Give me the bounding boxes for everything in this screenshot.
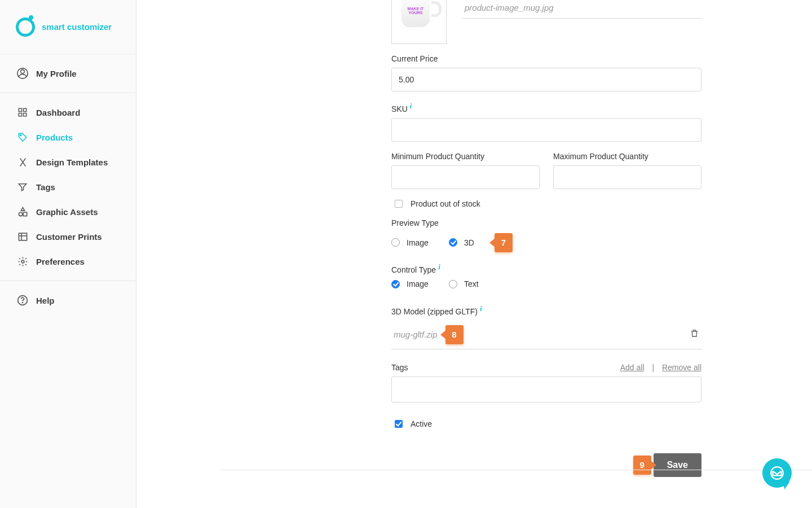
logo-icon [16, 17, 35, 37]
svg-point-6 [20, 134, 21, 135]
tags-remove-all-link[interactable]: Remove all [662, 363, 701, 372]
sidebar-item-dashboard[interactable]: Dashboard [0, 100, 136, 125]
mug-icon: MAKE IT YOURS [401, 0, 436, 27]
preview-type-label: Preview Type [391, 218, 701, 227]
sidebar-item-customer-prints[interactable]: Customer Prints [0, 224, 136, 249]
sidebar-item-design-templates[interactable]: Design Templates [0, 150, 136, 174]
sidebar-item-preferences[interactable]: Preferences [0, 249, 136, 274]
gear-icon [17, 256, 28, 267]
control-type-label: Control Typei [391, 262, 701, 274]
sku-input[interactable] [391, 118, 701, 142]
callout-9: 9 [633, 456, 651, 475]
control-type-image-radio[interactable]: Image [391, 279, 429, 288]
control-type-text-radio[interactable]: Text [449, 279, 479, 288]
sidebar-item-profile[interactable]: My Profile [0, 61, 136, 86]
thumbnail-caption: MAKE IT YOURS [401, 0, 430, 27]
out-of-stock-checkbox[interactable] [395, 200, 403, 208]
preview-type-3d-radio[interactable]: 3D [449, 238, 474, 247]
filter-icon [17, 181, 28, 192]
min-qty-input[interactable] [391, 165, 540, 189]
tag-icon [17, 132, 28, 143]
tools-icon [17, 156, 28, 168]
sidebar-item-label: Tags [36, 182, 55, 192]
user-icon [17, 68, 28, 79]
min-qty-label: Minimum Product Quantity [391, 152, 540, 161]
chat-fab[interactable] [762, 458, 792, 488]
svg-rect-5 [24, 113, 27, 116]
sidebar-item-graphic-assets[interactable]: Graphic Assets [0, 199, 136, 224]
sidebar-item-products[interactable]: Products [0, 125, 136, 150]
brand-logo[interactable]: smart customizer [0, 0, 136, 54]
price-label: Current Price [391, 54, 701, 63]
svg-rect-8 [23, 212, 27, 216]
sku-label: SKUi [391, 102, 701, 113]
sidebar-item-label: Products [36, 133, 73, 142]
tags-input[interactable] [391, 376, 701, 402]
svg-rect-4 [19, 113, 21, 116]
model-filename[interactable]: mug-gltf.zip [394, 330, 438, 339]
sidebar-item-label: Preferences [36, 257, 85, 266]
save-button[interactable]: Save [654, 453, 701, 477]
tags-add-all-link[interactable]: Add all [620, 363, 645, 372]
help-icon [17, 295, 28, 306]
callout-8: 8 [445, 325, 464, 344]
sidebar-item-label: Dashboard [36, 108, 80, 117]
svg-rect-3 [24, 108, 27, 111]
product-image-filename[interactable]: product-image_mug.jpg [462, 3, 701, 19]
max-qty-label: Maximum Product Quantity [553, 152, 701, 161]
max-qty-input[interactable] [553, 165, 701, 189]
sidebar-item-tags[interactable]: Tags [0, 174, 136, 199]
svg-rect-9 [19, 233, 27, 240]
sidebar-item-label: Design Templates [36, 157, 108, 167]
dashboard-icon [17, 107, 28, 118]
info-icon[interactable]: i [438, 262, 440, 271]
divider [220, 470, 812, 470]
price-input[interactable] [391, 68, 701, 91]
trash-icon[interactable] [690, 329, 699, 340]
brand-name: smart customizer [42, 22, 112, 32]
product-thumbnail[interactable]: MAKE IT YOURS [391, 0, 447, 44]
svg-point-0 [21, 69, 25, 73]
preview-type-image-radio[interactable]: Image [391, 238, 429, 247]
info-icon[interactable]: i [410, 102, 412, 110]
svg-point-12 [21, 260, 24, 263]
sidebar-item-label: My Profile [36, 69, 77, 78]
tags-label: Tags [391, 363, 408, 372]
svg-point-7 [19, 212, 22, 216]
svg-point-14 [23, 303, 23, 303]
sidebar-item-label: Customer Prints [36, 232, 102, 242]
callout-7: 7 [495, 233, 513, 252]
sidebar-item-label: Graphic Assets [36, 207, 98, 217]
active-checkbox[interactable] [395, 420, 403, 428]
sidebar-item-help[interactable]: Help [0, 288, 136, 313]
active-label: Active [411, 419, 432, 428]
svg-rect-2 [19, 108, 21, 111]
list-icon [17, 231, 28, 242]
sidebar-item-label: Help [36, 296, 55, 305]
model-label: 3D Model (zipped GLTF)i [391, 304, 701, 316]
mail-icon [770, 466, 784, 480]
out-of-stock-label: Product out of stock [411, 199, 480, 208]
shapes-icon [17, 206, 28, 217]
info-icon[interactable]: i [480, 304, 482, 313]
